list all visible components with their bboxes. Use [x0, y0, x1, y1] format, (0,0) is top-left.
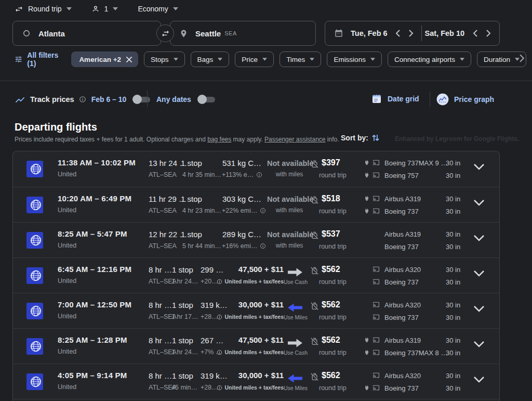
flight-row[interactable]: 11:38 AM – 10:02 PM United 13 hr 24 … AT… — [13, 151, 499, 187]
info-icon[interactable] — [217, 279, 222, 284]
trip-type-selector[interactable]: Round trip — [15, 5, 72, 14]
expand-flight-button[interactable] — [473, 163, 485, 171]
track-prices-row: Track prices Feb 6 – 10 — [15, 90, 151, 108]
info-icon[interactable] — [217, 385, 222, 391]
layover-duration: 1 hr 24… — [171, 348, 198, 356]
track-prices-toggle[interactable] — [132, 94, 151, 105]
miles-price: 47,500 + $11 — [220, 335, 284, 344]
layover-duration: 1 hr 17… — [171, 313, 198, 320]
filter-chip-airline[interactable]: American +2 — [71, 51, 138, 67]
flight-price: $562 — [322, 265, 340, 274]
miles-price-note: United miles + tax/fees — [206, 384, 284, 391]
all-filters-button[interactable]: All filters (1) — [15, 51, 63, 68]
origin-value: Atlanta — [38, 29, 65, 38]
flight-duration: 8 hr … — [149, 371, 172, 380]
filter-chip-times[interactable]: Times — [280, 51, 321, 67]
miles-unavailable-line1: Not available — [267, 195, 312, 203]
destination-field[interactable]: Seattle SEA — [170, 21, 316, 46]
flight-row[interactable]: 4:05 PM – 9:14 PM United 8 hr … ATL–SEA … — [13, 364, 499, 399]
track-date-range-label: Feb 6 – 10 — [91, 95, 127, 104]
page-title: Departing flights — [15, 121, 97, 133]
info-icon[interactable] — [217, 314, 222, 320]
cast-icon — [373, 301, 380, 308]
miles-unavailable-line2: with miles — [267, 242, 312, 249]
cast-icon — [373, 208, 380, 214]
amenities-leg1 — [364, 230, 380, 237]
chevron-down-icon — [473, 235, 485, 242]
depart-date-next-button[interactable] — [405, 27, 418, 40]
emissions-percent-value: +22% emi… — [222, 207, 257, 214]
airline-logo — [26, 232, 43, 249]
circle-outline-icon — [22, 29, 31, 38]
info-icon[interactable] — [260, 243, 266, 249]
layover-duration: 5 hr 44 min… — [182, 242, 221, 250]
flight-row[interactable]: 10:20 AM – 6:49 PM United 11 hr 29 … ATL… — [13, 187, 499, 222]
origin-field[interactable]: Atlanta — [12, 21, 161, 46]
expand-flight-button[interactable] — [473, 199, 485, 206]
flight-row[interactable]: 7:00 AM – 12:50 PM United 8 hr … ATL–SEA… — [13, 293, 499, 328]
united-logo-icon — [26, 161, 43, 177]
legroom-leg2: 30 in — [446, 314, 460, 321]
flight-route: ATL–SEA — [149, 171, 177, 178]
date-grid-button[interactable]: Date grid — [370, 93, 419, 105]
cabin-class-selector[interactable]: Economy — [138, 5, 178, 13]
any-dates-toggle[interactable] — [197, 94, 216, 105]
expand-flight-button[interactable] — [473, 305, 485, 313]
person-icon — [91, 5, 100, 13]
flight-duration: 8 hr … — [149, 336, 172, 345]
depart-date-prev-button[interactable] — [391, 27, 405, 40]
miles-price-note: United miles + tax/fees — [206, 349, 284, 355]
filter-chip-connecting-airports[interactable]: Connecting airports — [388, 51, 471, 67]
amenities-leg1 — [364, 266, 380, 273]
info-icon[interactable] — [217, 350, 222, 355]
filters-scroll-right-button[interactable] — [520, 54, 525, 62]
destination-value: Seattle — [195, 29, 221, 38]
passenger-assistance-link[interactable]: Passenger assistance — [264, 136, 325, 143]
chevron-down-icon — [473, 305, 485, 313]
date-range-field[interactable]: Tue, Feb 6 Sat, Feb 10 — [325, 21, 500, 46]
arrow-right-icon — [288, 339, 302, 347]
chevron-down-icon — [473, 341, 485, 348]
flight-price: $562 — [322, 335, 340, 345]
flight-row[interactable]: 8:25 AM – 5:47 PM United 12 hr 22 … ATL–… — [13, 222, 499, 257]
aircraft-leg2: Boeing 737MAX 8 … — [384, 349, 447, 357]
filter-chip-duration[interactable]: Duration — [477, 51, 526, 67]
arrow-right-icon — [288, 268, 302, 277]
swap-places-button[interactable] — [156, 24, 174, 42]
filter-chip-bags[interactable]: Bags — [191, 51, 230, 67]
flight-times: 7:00 AM – 12:50 PM — [58, 300, 131, 309]
next-row-edge — [13, 399, 499, 401]
passenger-selector[interactable]: 1 — [91, 5, 118, 13]
cast-icon — [373, 349, 380, 356]
amenities-leg2 — [364, 314, 380, 320]
bag-fees-link[interactable]: bag fees — [207, 136, 231, 143]
power-plug-icon — [364, 208, 370, 214]
info-icon[interactable] — [256, 172, 262, 178]
price-graph-button[interactable]: Price graph — [436, 93, 494, 106]
close-icon[interactable] — [126, 56, 132, 63]
no-luggage-icon — [310, 337, 320, 346]
cast-icon — [373, 372, 380, 379]
flight-row[interactable]: 6:45 AM – 12:16 PM United 8 hr … ATL–SEA… — [13, 257, 499, 293]
price-trip-note: round trip — [319, 384, 347, 392]
no-luggage-icon — [310, 301, 320, 311]
sort-by-button[interactable]: Sort by: — [341, 133, 380, 143]
miles-vs-cash-arrow — [288, 339, 302, 347]
chip-label: Times — [286, 56, 305, 63]
price-trip-note: round trip — [319, 172, 347, 179]
info-icon[interactable] — [260, 208, 266, 214]
chevron-down-icon — [473, 376, 485, 383]
return-date-prev-button[interactable] — [468, 27, 482, 40]
info-icon[interactable] — [79, 96, 86, 103]
expand-flight-button[interactable] — [473, 341, 485, 348]
filter-chip-price[interactable]: Price — [235, 51, 274, 67]
filter-chip-stops[interactable]: Stops — [144, 51, 185, 67]
amenities-leg1 — [364, 195, 380, 202]
expand-flight-button[interactable] — [473, 235, 485, 242]
stops-count: 1 stop — [172, 265, 193, 274]
flight-row[interactable]: 8:25 AM – 1:28 PM United 8 hr … ATL–SEA … — [13, 328, 499, 364]
filter-chip-emissions[interactable]: Emissions — [327, 51, 382, 67]
return-date-next-button[interactable] — [482, 27, 495, 40]
expand-flight-button[interactable] — [473, 270, 485, 277]
expand-flight-button[interactable] — [473, 376, 485, 383]
